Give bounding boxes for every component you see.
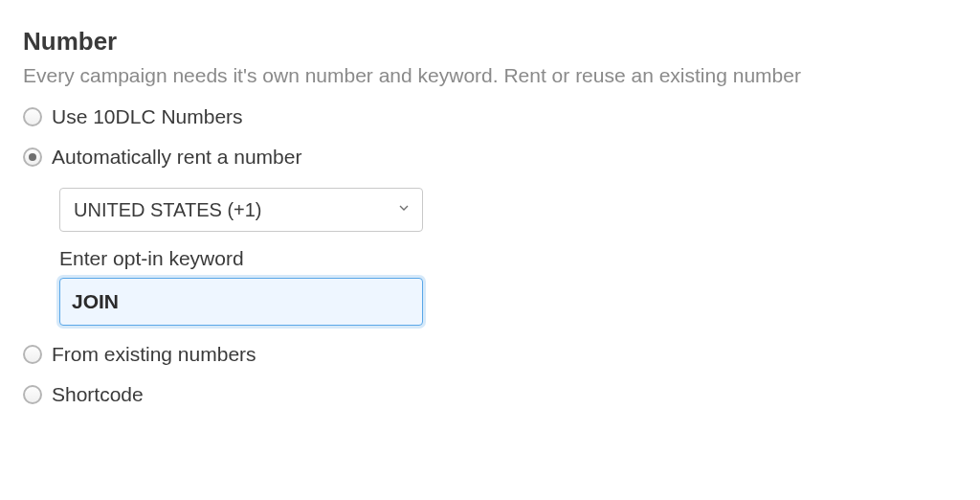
radio-icon xyxy=(23,385,42,404)
number-section: Number Every campaign needs it's own num… xyxy=(23,27,957,406)
country-select[interactable]: UNITED STATES (+1) xyxy=(59,188,423,232)
radio-option-existing[interactable]: From existing numbers xyxy=(23,343,957,366)
keyword-field-group: Enter opt-in keyword xyxy=(59,247,957,326)
keyword-input[interactable] xyxy=(59,278,423,326)
radio-option-shortcode[interactable]: Shortcode xyxy=(23,383,957,406)
radio-label-10dlc: Use 10DLC Numbers xyxy=(52,105,243,128)
radio-label-shortcode: Shortcode xyxy=(52,383,144,406)
radio-icon xyxy=(23,148,42,167)
radio-label-existing: From existing numbers xyxy=(52,343,256,366)
auto-rent-fields: UNITED STATES (+1) Enter opt-in keyword xyxy=(23,188,957,326)
radio-icon xyxy=(23,107,42,126)
country-select-value: UNITED STATES (+1) xyxy=(59,188,423,232)
section-title: Number xyxy=(23,27,957,57)
keyword-field-label: Enter opt-in keyword xyxy=(59,247,957,270)
number-radio-group: Use 10DLC Numbers Automatically rent a n… xyxy=(23,105,957,406)
radio-icon xyxy=(23,345,42,364)
radio-option-10dlc[interactable]: Use 10DLC Numbers xyxy=(23,105,957,128)
radio-option-auto-rent[interactable]: Automatically rent a number xyxy=(23,146,957,169)
section-description: Every campaign needs it's own number and… xyxy=(23,62,957,88)
radio-label-auto-rent: Automatically rent a number xyxy=(52,146,301,169)
